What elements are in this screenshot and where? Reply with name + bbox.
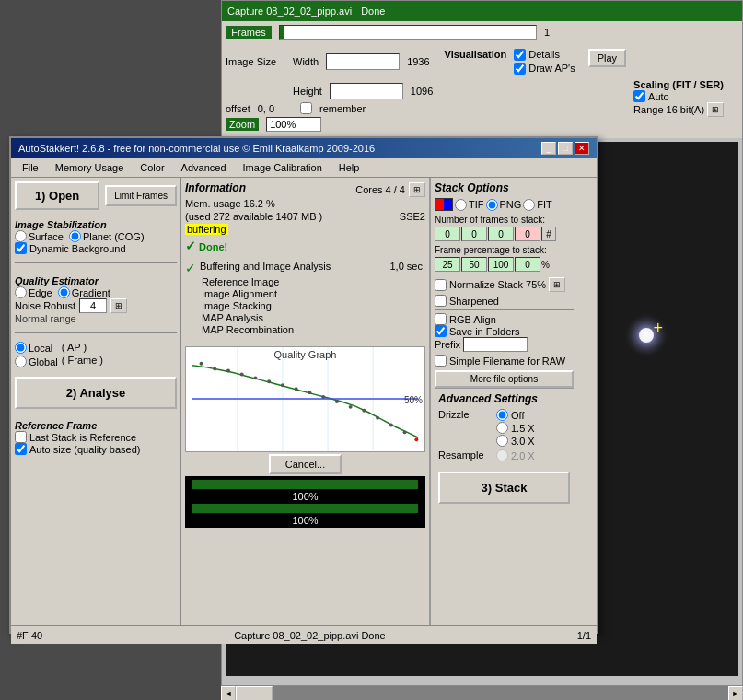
global-radio[interactable] bbox=[15, 356, 27, 368]
scroll-thumb[interactable] bbox=[236, 686, 273, 701]
image-stab-section: Image Stabilization Surface Planet (COG)… bbox=[15, 216, 177, 254]
frame-number: 1 bbox=[544, 27, 550, 38]
fc-input-0[interactable] bbox=[435, 227, 460, 241]
dynamic-bg-label[interactable]: Dynamic Background bbox=[15, 242, 177, 254]
dynamic-bg-checkbox[interactable] bbox=[15, 242, 27, 254]
main-window: AutoStakkert! 2.6.8 - free for non-comme… bbox=[9, 136, 598, 634]
height-slider[interactable] bbox=[330, 83, 403, 99]
limit-frames-button[interactable]: Limit Frames bbox=[105, 185, 177, 206]
menu-color[interactable]: Color bbox=[133, 160, 171, 175]
more-file-button[interactable]: More file options bbox=[435, 370, 574, 388]
last-stack-checkbox[interactable] bbox=[15, 431, 27, 443]
main-title-text: AutoStakkert! 2.6.8 - free for non-comme… bbox=[18, 143, 375, 154]
done-text: ✓ Done! bbox=[185, 239, 425, 253]
rgb-align-checkbox[interactable] bbox=[435, 313, 447, 325]
scroll-left-arrow[interactable]: ◄ bbox=[221, 686, 236, 701]
fc-input-1[interactable] bbox=[461, 227, 487, 241]
edge-radio-label[interactable]: Edge bbox=[15, 286, 52, 298]
auto-size-label[interactable]: Auto size (quality based) bbox=[15, 443, 177, 455]
surface-radio-label[interactable]: Surface bbox=[15, 230, 64, 242]
noise-icon-button[interactable]: ⊞ bbox=[110, 298, 127, 313]
sharpened-checkbox[interactable] bbox=[435, 295, 447, 307]
fit-radio[interactable] bbox=[523, 199, 535, 211]
fp-input-1[interactable] bbox=[461, 257, 487, 272]
menu-help[interactable]: Help bbox=[331, 160, 367, 175]
rgb-align-row: RGB Align bbox=[435, 313, 574, 325]
menu-file[interactable]: File bbox=[15, 160, 46, 175]
scroll-track[interactable] bbox=[236, 686, 728, 701]
ref-frame-title: Reference Frame bbox=[15, 420, 177, 431]
stack-button[interactable]: 3) Stack bbox=[438, 472, 570, 504]
png-radio[interactable] bbox=[486, 199, 498, 211]
details-checkbox[interactable] bbox=[514, 49, 526, 61]
planet-radio[interactable] bbox=[69, 230, 81, 242]
analyse-button[interactable]: 2) Analyse bbox=[15, 377, 177, 409]
info-icon-button[interactable]: ⊞ bbox=[409, 182, 425, 197]
cancel-button[interactable]: Cancel... bbox=[269, 454, 342, 474]
maximize-button[interactable]: □ bbox=[558, 142, 573, 155]
details-label: Details bbox=[528, 49, 560, 60]
png-radio-label[interactable]: PNG bbox=[486, 199, 522, 211]
menu-calibration[interactable]: Image Calibration bbox=[236, 160, 330, 175]
tif-radio[interactable] bbox=[455, 199, 467, 211]
draw-aps-checkbox[interactable] bbox=[514, 63, 526, 75]
simple-raw-checkbox[interactable] bbox=[435, 355, 447, 367]
normalize-row: Normalize Stack 75% ⊞ bbox=[435, 277, 574, 292]
drizzle-off-radio[interactable] bbox=[496, 409, 508, 421]
global-radio-label[interactable]: Global bbox=[15, 356, 58, 368]
save-folders-checkbox[interactable] bbox=[435, 325, 447, 337]
gradient-radio[interactable] bbox=[58, 286, 70, 298]
open-button[interactable]: 1) Open bbox=[15, 181, 99, 210]
local-radio-label[interactable]: Local bbox=[15, 342, 58, 354]
offset-value: 0, 0 bbox=[258, 103, 274, 114]
fp-input-2[interactable] bbox=[488, 257, 514, 272]
drizzle-15-label[interactable]: 1.5 X bbox=[496, 422, 535, 434]
drizzle-radios: Off 1.5 X 3.0 X bbox=[496, 409, 535, 447]
check-icon-0: ✓ bbox=[185, 261, 196, 275]
normalize-icon-button[interactable]: ⊞ bbox=[549, 277, 565, 292]
fit-radio-label[interactable]: FIT bbox=[523, 199, 552, 211]
play-button[interactable]: Play bbox=[588, 49, 626, 67]
fc-input-3[interactable] bbox=[515, 227, 540, 241]
auto-size-checkbox[interactable] bbox=[15, 443, 27, 455]
width-slider[interactable] bbox=[326, 53, 400, 70]
right-top: Information Cores 4 / 4 ⊞ Mem. usage 16.… bbox=[181, 178, 597, 625]
drizzle-30-radio[interactable] bbox=[496, 435, 508, 447]
drizzle-30-label[interactable]: 3.0 X bbox=[496, 435, 535, 447]
local-radio[interactable] bbox=[15, 342, 27, 354]
width-label: Width bbox=[293, 56, 319, 67]
prefix-input[interactable] bbox=[463, 337, 528, 352]
fc-input-2[interactable] bbox=[488, 227, 514, 241]
minimize-button[interactable]: _ bbox=[541, 142, 556, 155]
last-stack-text: Last Stack is Reference bbox=[29, 432, 136, 443]
frames-slider[interactable] bbox=[279, 25, 537, 40]
checkmark-icon: ✓ bbox=[185, 239, 196, 253]
drizzle-15-radio[interactable] bbox=[496, 422, 508, 434]
drizzle-30-text: 3.0 X bbox=[511, 436, 535, 447]
surface-radio[interactable] bbox=[15, 230, 27, 242]
tif-radio-label[interactable]: TIF bbox=[455, 199, 484, 211]
normalize-checkbox[interactable] bbox=[435, 279, 447, 291]
planet-radio-label[interactable]: Planet (COG) bbox=[69, 230, 145, 242]
fp-input-3[interactable] bbox=[515, 257, 540, 272]
noise-input[interactable] bbox=[79, 298, 107, 313]
auto-checkbox[interactable] bbox=[633, 90, 645, 102]
svg-point-8 bbox=[200, 362, 203, 366]
fp-input-0[interactable] bbox=[435, 257, 460, 272]
last-stack-label[interactable]: Last Stack is Reference bbox=[15, 431, 177, 443]
close-button[interactable]: ✕ bbox=[575, 142, 589, 155]
svg-point-15 bbox=[295, 387, 298, 391]
quality-radio-group: Edge Gradient bbox=[15, 286, 177, 298]
edge-radio[interactable] bbox=[15, 286, 27, 298]
range-icon-button[interactable]: ⊞ bbox=[707, 102, 724, 117]
color-button[interactable] bbox=[435, 198, 453, 211]
draw-aps-label: Draw AP's bbox=[528, 63, 575, 74]
drizzle-off-label[interactable]: Off bbox=[496, 409, 535, 421]
process-time-0: 1,0 sec. bbox=[389, 261, 425, 272]
gradient-radio-label[interactable]: Gradient bbox=[58, 286, 110, 298]
menu-memory[interactable]: Memory Usage bbox=[48, 160, 132, 175]
menu-advanced[interactable]: Advanced bbox=[174, 160, 234, 175]
remember-checkbox[interactable] bbox=[300, 102, 312, 114]
zoom-dropdown[interactable]: 100% bbox=[266, 117, 321, 132]
scroll-right-arrow[interactable]: ► bbox=[728, 686, 743, 701]
